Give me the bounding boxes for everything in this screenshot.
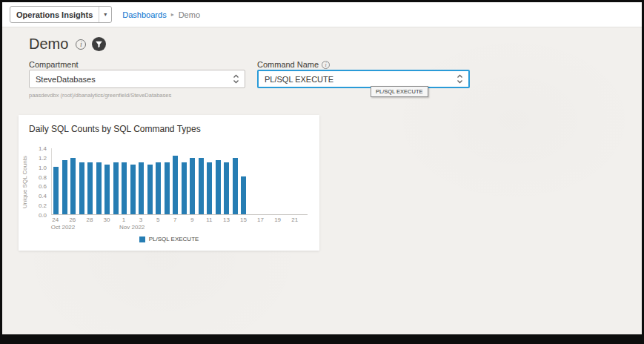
bar[interactable] [216,160,221,214]
y-tick-label: 1.4 [39,145,47,152]
page-title: Demo [29,36,68,53]
x-tick-label: 19 [274,216,281,223]
chevron-down-icon: ▾ [99,7,111,22]
x-tick-label: 28 [86,216,93,223]
bar[interactable] [147,165,153,214]
bar[interactable] [165,162,170,214]
chart-title: Daily SQL Counts by SQL Command Types [29,124,201,134]
x-tick-label: 17 [257,216,264,223]
command-name-selected-value: PL/SQL EXECUTE [265,75,333,84]
x-tick-label: 9 [190,216,193,223]
bar[interactable] [241,176,246,214]
y-tick-label: 1.2 [39,154,47,161]
bar[interactable] [199,158,204,214]
bar[interactable] [104,165,110,214]
breadcrumb: Dashboards ▸ Demo [122,10,200,19]
breadcrumb-current: Demo [179,10,200,19]
breadcrumb-link-dashboards[interactable]: Dashboards [122,10,166,19]
x-tick-label: 21 [291,216,298,223]
command-name-select[interactable]: PL/SQL EXECUTE [257,70,470,88]
x-tick-label: 15 [240,216,247,223]
window-bottom-bar [2,334,642,342]
bar[interactable] [156,162,161,214]
x-tick-label: 11 [206,216,212,223]
breadcrumb-separator-icon: ▸ [171,11,174,18]
y-tick-label: 0.8 [39,173,47,180]
y-tick-label: 0.6 [39,183,47,190]
chart-card: Daily SQL Counts by SQL Command Types Un… [19,115,319,251]
x-axis-ticks: 2426283013579111315171921 [51,216,308,224]
y-tick-label: 0.4 [39,193,47,199]
bar[interactable] [182,162,187,214]
page-content: Demo i Compartment SteveDatabases paasde… [2,28,642,334]
y-tick-label: 0.2 [39,202,47,209]
bar[interactable] [62,160,67,214]
bar-chart-plot [51,148,308,215]
y-tick-label: 1.0 [39,164,47,171]
bar[interactable] [122,162,127,214]
y-axis-ticks: 0.00.20.40.60.81.01.21.4 [30,148,47,215]
select-tooltip: PL/SQL EXECUTE [371,86,428,97]
x-tick-label: 3 [139,216,142,223]
bar[interactable] [173,156,178,214]
compartment-select[interactable]: SteveDatabases [29,70,245,88]
bar[interactable] [79,162,84,214]
select-chevrons-icon [457,74,463,84]
bar[interactable] [53,167,59,214]
compartment-selected-value: SteveDatabases [36,75,96,84]
filter-button[interactable] [92,37,106,51]
bar[interactable] [207,162,212,214]
legend-swatch-icon [139,236,145,242]
bar[interactable] [130,165,136,214]
bar[interactable] [233,158,238,214]
x-tick-label: 24 [52,216,59,223]
x-tick-label: 5 [156,216,159,223]
title-row: Demo i [29,36,106,53]
command-name-label: Command Name i [257,60,330,69]
command-name-info-icon[interactable]: i [322,61,330,69]
x-tick-label: 30 [104,216,110,223]
top-nav-bar: Operations Insights ▾ Dashboards ▸ Demo [2,2,642,27]
select-chevrons-icon [233,74,239,84]
x-axis-month-label: Oct 2022 [51,224,75,231]
info-icon[interactable]: i [76,39,86,50]
bar[interactable] [224,162,229,214]
y-tick-label: 0.0 [39,212,47,219]
command-name-label-text: Command Name [257,60,319,69]
x-axis-month-label: Nov 2022 [119,224,145,231]
compartment-label-text: Compartment [29,60,79,69]
legend-label: PL/SQL EXECUTE [149,236,199,242]
x-tick-label: 7 [173,216,176,223]
bar[interactable] [113,162,119,214]
bar[interactable] [190,158,195,214]
app-switcher-button[interactable]: Operations Insights ▾ [10,6,112,23]
x-tick-label: 13 [223,216,230,223]
x-tick-label: 26 [69,216,76,223]
app-switcher-label: Operations Insights [10,10,99,19]
y-axis-label: Unique SQL Counts [20,148,29,216]
legend-item[interactable]: PL/SQL EXECUTE [19,236,319,242]
x-tick-label: 1 [122,216,125,223]
bar[interactable] [87,162,93,214]
bar[interactable] [139,162,144,214]
compartment-label: Compartment [29,60,79,69]
x-axis-month-labels: Oct 2022Nov 2022 [51,224,308,231]
compartment-path-hint: paasdevdbx (root)/dbanalytics/greenfield… [29,92,171,99]
bar[interactable] [70,158,76,214]
funnel-icon [92,37,106,51]
browser-window: Operations Insights ▾ Dashboards ▸ Demo … [0,0,644,344]
bar[interactable] [96,162,102,214]
